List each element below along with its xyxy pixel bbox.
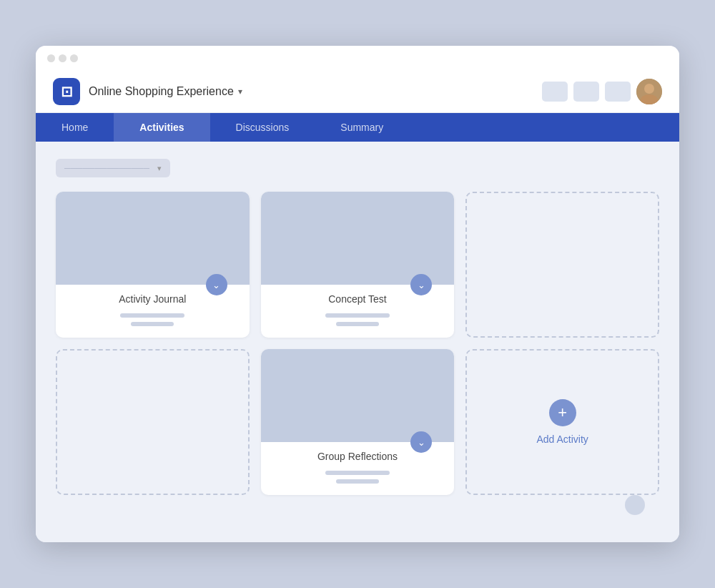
card-lines-group-reflections <box>272 471 443 484</box>
activity-card-concept[interactable]: ⌄ Concept Test <box>261 192 455 338</box>
card-chevron-journal[interactable]: ⌄ <box>206 274 227 295</box>
traffic-light-red[interactable] <box>47 54 55 62</box>
chevron-down-icon: ⌄ <box>418 437 425 448</box>
card-line <box>131 322 174 326</box>
app-title-chevron-icon: ▾ <box>238 87 242 97</box>
card-line <box>336 479 379 484</box>
activity-grid: ⌄ Activity Journal ⌄ <box>56 192 659 495</box>
activity-card-empty-bottom-left <box>56 349 250 495</box>
header-button-3[interactable] <box>605 82 631 102</box>
filter-dropdown-arrow-icon: ▾ <box>157 164 162 173</box>
browser-window: ⊡ Online Shopping Experience ▾ Home Acti… <box>36 46 679 542</box>
card-image-journal <box>56 192 250 285</box>
app-header: ⊡ Online Shopping Experience ▾ <box>36 71 679 113</box>
plus-icon: + <box>558 403 567 422</box>
card-image-group-reflections <box>261 349 455 442</box>
card-title-journal: Activity Journal <box>67 293 238 305</box>
nav-item-summary[interactable]: Summary <box>315 113 409 142</box>
card-body-group-reflections: ⌄ Group Reflections <box>261 442 455 495</box>
card-line <box>325 313 390 318</box>
chevron-down-icon: ⌄ <box>212 280 220 290</box>
activity-card-empty-top-right <box>465 192 659 338</box>
avatar[interactable] <box>636 79 662 104</box>
card-title-group-reflections: Group Reflections <box>272 451 443 462</box>
title-bar <box>36 46 679 71</box>
card-line <box>325 471 390 475</box>
header-button-2[interactable] <box>573 82 599 102</box>
header-left: ⊡ Online Shopping Experience ▾ <box>53 78 242 105</box>
activity-card-journal[interactable]: ⌄ Activity Journal <box>56 192 250 338</box>
card-line <box>120 313 184 318</box>
add-activity-card[interactable]: + Add Activity <box>465 349 659 495</box>
card-line <box>336 322 379 326</box>
filter-placeholder: ────────────── <box>64 163 149 173</box>
add-activity-label: Add Activity <box>536 433 588 445</box>
app-title-text: Online Shopping Experience <box>89 85 234 98</box>
card-lines-journal <box>67 313 238 326</box>
nav-item-activities[interactable]: Activities <box>114 113 209 142</box>
card-lines-concept <box>272 313 443 326</box>
nav-item-discussions[interactable]: Discussions <box>210 113 315 142</box>
traffic-light-yellow[interactable] <box>59 54 66 62</box>
filter-bar: ────────────── ▾ <box>56 159 659 177</box>
activity-card-group-reflections[interactable]: ⌄ Group Reflections <box>261 349 455 495</box>
add-activity-button[interactable]: + <box>549 399 576 426</box>
card-chevron-concept[interactable]: ⌄ <box>410 274 432 295</box>
card-image-concept <box>261 192 455 285</box>
traffic-lights <box>47 54 78 62</box>
header-right <box>542 79 662 104</box>
card-body-journal: ⌄ Activity Journal <box>56 285 250 338</box>
nav-bar: Home Activities Discussions Summary <box>36 113 679 142</box>
card-title-concept: Concept Test <box>272 293 443 305</box>
traffic-light-green[interactable] <box>70 54 78 62</box>
content-wrapper: ⌄ Activity Journal ⌄ <box>56 192 659 495</box>
svg-point-1 <box>644 84 654 94</box>
chevron-down-icon: ⌄ <box>418 280 425 290</box>
app-logo: ⊡ <box>53 78 80 105</box>
nav-item-home[interactable]: Home <box>36 113 114 142</box>
logo-icon: ⊡ <box>61 83 73 100</box>
content-area: ────────────── ▾ ⌄ Activity Journal <box>36 142 679 542</box>
app-title-button[interactable]: Online Shopping Experience ▾ <box>89 85 242 98</box>
header-button-1[interactable] <box>542 82 568 102</box>
card-chevron-group-reflections[interactable]: ⌄ <box>410 431 432 453</box>
scroll-hint <box>625 495 645 515</box>
card-body-concept: ⌄ Concept Test <box>261 285 455 338</box>
filter-dropdown[interactable]: ────────────── ▾ <box>56 159 170 177</box>
